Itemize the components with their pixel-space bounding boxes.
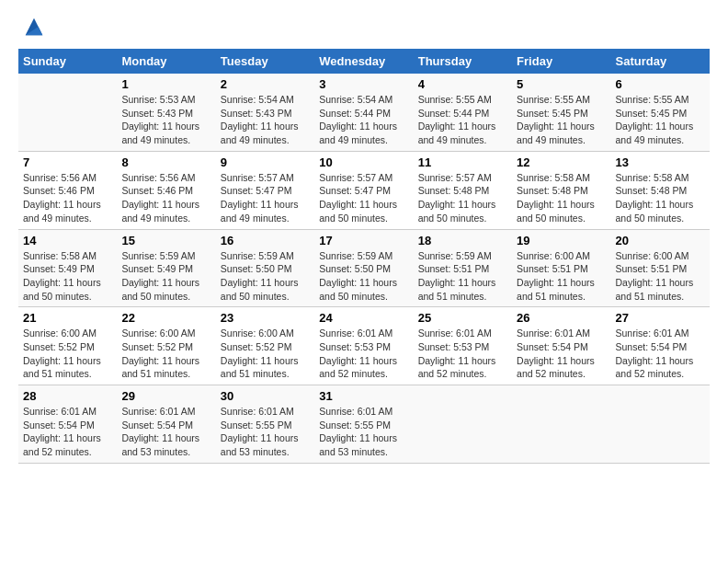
day-info: Sunrise: 5:59 AMSunset: 5:49 PMDaylight:… (121, 249, 210, 304)
day-info: Sunrise: 6:00 AMSunset: 5:52 PMDaylight:… (23, 327, 112, 381)
week-row-3: 14Sunrise: 5:58 AMSunset: 5:49 PMDayligh… (18, 229, 710, 307)
day-number: 14 (23, 234, 112, 247)
calendar-cell: 2Sunrise: 5:54 AMSunset: 5:43 PMDaylight… (216, 74, 314, 151)
day-info: Sunrise: 6:01 AMSunset: 5:53 PMDaylight:… (418, 327, 507, 381)
day-info: Sunrise: 5:58 AMSunset: 5:49 PMDaylight:… (23, 249, 112, 304)
day-info: Sunrise: 5:59 AMSunset: 5:50 PMDaylight:… (221, 249, 310, 304)
day-info: Sunrise: 6:00 AMSunset: 5:51 PMDaylight:… (517, 249, 606, 304)
day-number: 10 (319, 155, 408, 169)
calendar-cell: 13Sunrise: 5:58 AMSunset: 5:48 PMDayligh… (611, 151, 710, 229)
day-number: 31 (319, 389, 408, 403)
week-row-1: 1Sunrise: 5:53 AMSunset: 5:43 PMDaylight… (18, 74, 710, 151)
day-info: Sunrise: 6:01 AMSunset: 5:54 PMDaylight:… (616, 327, 705, 381)
header-day-sunday: Sunday (18, 49, 117, 74)
day-number: 22 (121, 311, 210, 325)
day-number: 21 (23, 311, 112, 325)
day-number: 20 (616, 234, 705, 247)
calendar-cell: 14Sunrise: 5:58 AMSunset: 5:49 PMDayligh… (18, 229, 117, 307)
day-info: Sunrise: 5:57 AMSunset: 5:47 PMDaylight:… (319, 171, 408, 225)
day-number: 30 (221, 389, 310, 403)
day-info: Sunrise: 6:01 AMSunset: 5:55 PMDaylight:… (221, 405, 310, 459)
calendar-cell: 15Sunrise: 5:59 AMSunset: 5:49 PMDayligh… (117, 229, 215, 307)
calendar-cell: 26Sunrise: 6:01 AMSunset: 5:54 PMDayligh… (512, 307, 610, 385)
calendar-cell (18, 74, 117, 151)
week-row-5: 28Sunrise: 6:01 AMSunset: 5:54 PMDayligh… (18, 385, 710, 464)
calendar-cell: 3Sunrise: 5:54 AMSunset: 5:44 PMDaylight… (314, 74, 413, 151)
day-number: 2 (221, 77, 310, 91)
calendar-cell: 9Sunrise: 5:57 AMSunset: 5:47 PMDaylight… (216, 151, 314, 229)
day-number: 27 (616, 311, 705, 325)
page: SundayMondayTuesdayWednesdayThursdayFrid… (0, 0, 728, 563)
calendar-cell: 30Sunrise: 6:01 AMSunset: 5:55 PMDayligh… (216, 385, 314, 464)
logo (18, 14, 47, 40)
calendar-cell: 23Sunrise: 6:00 AMSunset: 5:52 PMDayligh… (216, 307, 314, 385)
day-number: 23 (221, 311, 310, 325)
day-number: 28 (23, 389, 112, 403)
day-info: Sunrise: 5:56 AMSunset: 5:46 PMDaylight:… (121, 171, 210, 225)
calendar-cell: 11Sunrise: 5:57 AMSunset: 5:48 PMDayligh… (414, 151, 512, 229)
day-number: 24 (319, 311, 408, 325)
calendar-cell (611, 385, 710, 464)
day-info: Sunrise: 5:58 AMSunset: 5:48 PMDaylight:… (517, 171, 606, 225)
calendar-cell: 17Sunrise: 5:59 AMSunset: 5:50 PMDayligh… (314, 229, 413, 307)
day-number: 13 (616, 155, 705, 169)
calendar-cell: 5Sunrise: 5:55 AMSunset: 5:45 PMDaylight… (512, 74, 610, 151)
day-number: 29 (121, 389, 210, 403)
day-number: 8 (121, 155, 210, 169)
day-number: 25 (418, 311, 507, 325)
calendar-table: SundayMondayTuesdayWednesdayThursdayFrid… (18, 49, 710, 464)
calendar-cell: 24Sunrise: 6:01 AMSunset: 5:53 PMDayligh… (314, 307, 413, 385)
calendar-cell: 6Sunrise: 5:55 AMSunset: 5:45 PMDaylight… (611, 74, 710, 151)
day-number: 15 (121, 234, 210, 247)
day-info: Sunrise: 5:56 AMSunset: 5:46 PMDaylight:… (23, 171, 112, 225)
day-info: Sunrise: 5:55 AMSunset: 5:45 PMDaylight:… (616, 93, 705, 147)
day-info: Sunrise: 6:01 AMSunset: 5:53 PMDaylight:… (319, 327, 408, 381)
calendar-cell (414, 385, 512, 464)
day-info: Sunrise: 6:00 AMSunset: 5:52 PMDaylight:… (221, 327, 310, 381)
day-number: 7 (23, 155, 112, 169)
header-day-tuesday: Tuesday (216, 49, 314, 74)
day-number: 1 (121, 77, 210, 91)
day-info: Sunrise: 5:58 AMSunset: 5:48 PMDaylight:… (616, 171, 705, 225)
day-info: Sunrise: 5:57 AMSunset: 5:47 PMDaylight:… (221, 171, 310, 225)
day-number: 19 (517, 234, 606, 247)
header-day-monday: Monday (117, 49, 215, 74)
day-number: 12 (517, 155, 606, 169)
header-day-friday: Friday (512, 49, 610, 74)
calendar-cell: 8Sunrise: 5:56 AMSunset: 5:46 PMDaylight… (117, 151, 215, 229)
header (18, 14, 710, 40)
day-number: 6 (616, 77, 705, 91)
day-number: 5 (517, 77, 606, 91)
calendar-cell: 31Sunrise: 6:01 AMSunset: 5:55 PMDayligh… (314, 385, 413, 464)
day-info: Sunrise: 6:01 AMSunset: 5:54 PMDaylight:… (121, 405, 210, 459)
header-day-thursday: Thursday (414, 49, 512, 74)
calendar-cell: 16Sunrise: 5:59 AMSunset: 5:50 PMDayligh… (216, 229, 314, 307)
calendar-cell: 10Sunrise: 5:57 AMSunset: 5:47 PMDayligh… (314, 151, 413, 229)
day-number: 18 (418, 234, 507, 247)
day-info: Sunrise: 5:54 AMSunset: 5:43 PMDaylight:… (221, 93, 310, 147)
day-info: Sunrise: 6:01 AMSunset: 5:55 PMDaylight:… (319, 405, 408, 459)
day-info: Sunrise: 5:54 AMSunset: 5:44 PMDaylight:… (319, 93, 408, 147)
calendar-cell: 7Sunrise: 5:56 AMSunset: 5:46 PMDaylight… (18, 151, 117, 229)
day-number: 16 (221, 234, 310, 247)
calendar-cell: 4Sunrise: 5:55 AMSunset: 5:44 PMDaylight… (414, 74, 512, 151)
calendar-cell: 20Sunrise: 6:00 AMSunset: 5:51 PMDayligh… (611, 229, 710, 307)
day-info: Sunrise: 5:59 AMSunset: 5:51 PMDaylight:… (418, 249, 507, 304)
day-info: Sunrise: 5:53 AMSunset: 5:43 PMDaylight:… (121, 93, 210, 147)
header-day-wednesday: Wednesday (314, 49, 413, 74)
calendar-cell: 29Sunrise: 6:01 AMSunset: 5:54 PMDayligh… (117, 385, 215, 464)
calendar-cell: 18Sunrise: 5:59 AMSunset: 5:51 PMDayligh… (414, 229, 512, 307)
calendar-cell: 21Sunrise: 6:00 AMSunset: 5:52 PMDayligh… (18, 307, 117, 385)
calendar-cell: 28Sunrise: 6:01 AMSunset: 5:54 PMDayligh… (18, 385, 117, 464)
logo-icon (21, 14, 47, 40)
day-info: Sunrise: 6:01 AMSunset: 5:54 PMDaylight:… (517, 327, 606, 381)
calendar-cell: 22Sunrise: 6:00 AMSunset: 5:52 PMDayligh… (117, 307, 215, 385)
day-info: Sunrise: 5:55 AMSunset: 5:44 PMDaylight:… (418, 93, 507, 147)
day-number: 4 (418, 77, 507, 91)
day-number: 9 (221, 155, 310, 169)
day-info: Sunrise: 6:00 AMSunset: 5:52 PMDaylight:… (121, 327, 210, 381)
calendar-cell: 27Sunrise: 6:01 AMSunset: 5:54 PMDayligh… (611, 307, 710, 385)
calendar-cell: 19Sunrise: 6:00 AMSunset: 5:51 PMDayligh… (512, 229, 610, 307)
day-info: Sunrise: 5:59 AMSunset: 5:50 PMDaylight:… (319, 249, 408, 304)
day-number: 26 (517, 311, 606, 325)
